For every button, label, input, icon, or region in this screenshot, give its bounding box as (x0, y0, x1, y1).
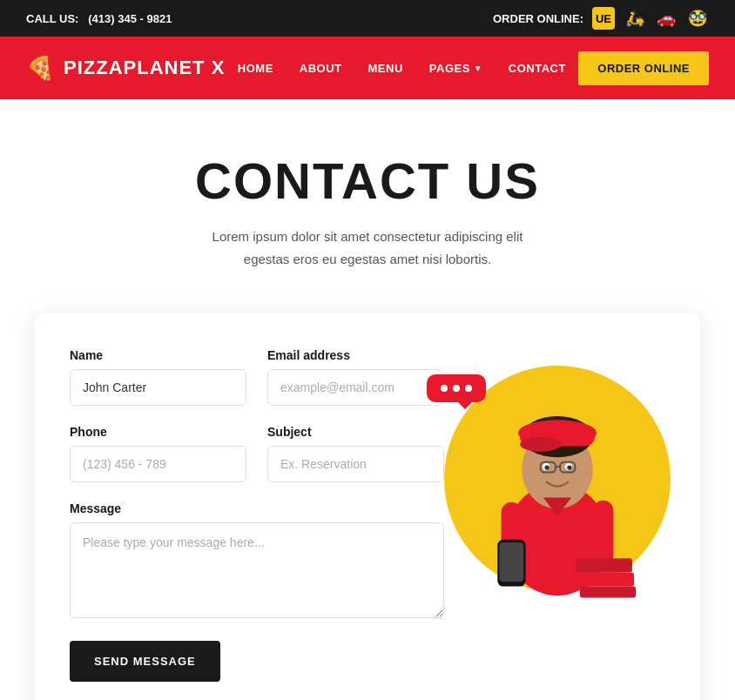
svg-rect-20 (580, 587, 636, 598)
form-group-name: Name (70, 348, 246, 406)
subject-input[interactable] (267, 446, 444, 482)
phone-number: (413) 345 - 9821 (88, 12, 172, 25)
delivery-person-illustration (462, 353, 653, 605)
form-group-email: Email address (267, 348, 444, 406)
form-group-message: Message (70, 501, 444, 622)
svg-rect-17 (593, 501, 614, 566)
nav-item-about[interactable]: ABOUT (300, 60, 342, 76)
message-label: Message (70, 501, 444, 515)
svg-rect-19 (578, 572, 634, 586)
order-online-button[interactable]: ORDER ONLINE (578, 51, 709, 85)
email-label: Email address (267, 348, 444, 362)
phone-info: CALL US: (413) 345 - 9821 (26, 12, 172, 25)
chat-bubble (427, 374, 486, 402)
ubereats-icon[interactable]: UE (592, 7, 615, 30)
brand-logo[interactable]: 🍕 PIZZAPLANET X (26, 55, 225, 82)
call-label: CALL US: (26, 12, 78, 25)
grubhub-icon[interactable]: 🚗 (655, 7, 678, 30)
brand-name: PIZZAPLANET X (64, 57, 225, 79)
nav-link-contact[interactable]: CONTACT (509, 62, 566, 75)
form-group-phone: Phone (70, 425, 246, 482)
form-row-phone-subject: Phone Subject (70, 425, 444, 482)
form-group-subject: Subject (267, 425, 444, 482)
bubble-dot-2 (453, 385, 460, 392)
svg-rect-16 (499, 542, 523, 582)
order-label: ORDER ONLINE: (493, 12, 583, 25)
svg-point-6 (520, 437, 561, 452)
svg-point-9 (545, 465, 550, 469)
nav-link-home[interactable]: HOME (238, 62, 273, 75)
chevron-down-icon: ▼ (474, 64, 482, 73)
nav-links: HOME ABOUT MENU PAGES ▼ CONTACT (238, 60, 566, 76)
phone-input[interactable] (70, 446, 246, 482)
nav-item-menu[interactable]: MENU (368, 60, 403, 76)
bubble-dot-3 (465, 385, 472, 392)
nav-item-pages[interactable]: PAGES ▼ (429, 62, 482, 75)
nav-link-pages[interactable]: PAGES (429, 62, 470, 75)
subject-label: Subject (267, 425, 444, 439)
top-bar: CALL US: (413) 345 - 9821 ORDER ONLINE: … (0, 0, 735, 37)
email-input[interactable] (267, 369, 444, 406)
nav-item-home[interactable]: HOME (238, 60, 273, 76)
name-input[interactable] (70, 369, 246, 406)
nav-link-menu[interactable]: MENU (368, 62, 403, 75)
other-delivery-icon[interactable]: 🥸 (686, 7, 709, 30)
order-online-section: ORDER ONLINE: UE 🛵 🚗 🥸 (493, 7, 709, 30)
contact-form: Name Email address Phone Subject (70, 348, 444, 700)
svg-rect-18 (576, 558, 631, 572)
message-textarea[interactable] (70, 522, 444, 618)
form-row-name-email: Name Email address (70, 348, 444, 406)
bubble-dot-1 (441, 385, 448, 392)
name-label: Name (70, 348, 246, 362)
navbar: 🍕 PIZZAPLANET X HOME ABOUT MENU PAGES ▼ … (0, 37, 735, 99)
contact-card: Name Email address Phone Subject (35, 313, 700, 700)
page-header: CONTACT US Lorem ipsum dolor sit amet co… (0, 99, 735, 313)
doordash-icon[interactable]: 🛵 (624, 7, 646, 30)
svg-point-10 (567, 465, 571, 469)
contact-illustration (444, 348, 671, 592)
nav-link-about[interactable]: ABOUT (300, 62, 342, 75)
page-subtitle: Lorem ipsum dolor sit amet consectetur a… (202, 225, 533, 270)
nav-item-contact[interactable]: CONTACT (509, 60, 566, 76)
pizza-icon: 🍕 (26, 55, 55, 82)
phone-label: Phone (70, 425, 246, 439)
page-title: CONTACT US (17, 151, 718, 210)
send-message-button[interactable]: SEND MESSAGE (70, 641, 220, 682)
contact-section: Name Email address Phone Subject (0, 313, 735, 700)
